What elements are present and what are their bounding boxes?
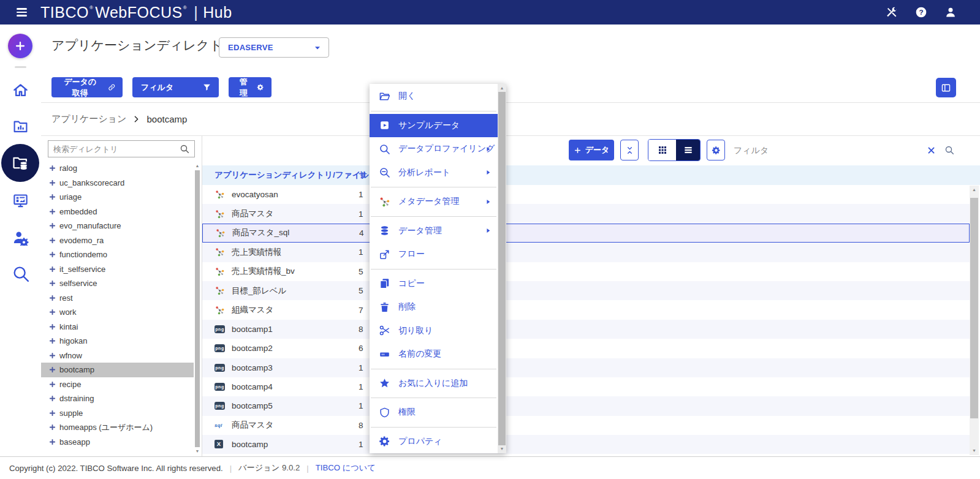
expand-plus-icon[interactable] — [49, 395, 56, 402]
expand-plus-icon[interactable] — [49, 323, 56, 330]
expand-plus-icon[interactable] — [49, 208, 56, 215]
list-settings-button[interactable] — [707, 140, 725, 160]
tree-item-kintai[interactable]: kintai — [41, 320, 194, 334]
expand-plus-icon[interactable] — [49, 352, 56, 359]
context-menu-item-権限[interactable]: 権限 — [370, 401, 498, 424]
tree-item-evo_manufacture[interactable]: evo_manufacture — [41, 219, 194, 233]
table-row-bootcamp4[interactable]: pngbootcamp41 — [202, 377, 970, 396]
context-menu-item-データプロファイリング[interactable]: データプロファイリング — [370, 137, 498, 161]
filter-button[interactable]: フィルタ — [132, 77, 219, 97]
tree-item-work[interactable]: work — [41, 305, 194, 320]
scrollbar-thumb[interactable] — [498, 92, 506, 445]
table-row-商品マスタ[interactable]: 商品マスタ1 — [202, 204, 970, 223]
scroll-up-arrow[interactable]: ▲ — [498, 85, 506, 91]
table-row-bootcamp[interactable]: Xbootcamp1 — [202, 435, 970, 454]
tree-item-uriage[interactable]: uriage — [41, 190, 194, 205]
tree-item-selfservice[interactable]: selfservice — [41, 276, 194, 291]
scrollbar-thumb[interactable] — [970, 198, 978, 418]
grid-view-button[interactable] — [648, 140, 676, 160]
tools-icon[interactable] — [886, 6, 898, 18]
context-menu-item-サンプルデータ[interactable]: サンプルデータ — [370, 114, 498, 138]
tree-item-dstraining[interactable]: dstraining — [41, 391, 194, 406]
table-row-bootcamp1[interactable]: pngbootcamp18 — [202, 320, 970, 339]
manage-button[interactable]: 管理 — [229, 77, 272, 97]
tree-item-it_selfservice[interactable]: it_selfservice — [41, 262, 194, 277]
server-select[interactable]: EDASERVE — [219, 37, 329, 58]
sidebar-workspaces-icon[interactable] — [12, 118, 29, 135]
tree-scrollbar[interactable]: ▲ ▼ — [194, 163, 201, 454]
expand-plus-icon[interactable] — [49, 194, 56, 200]
context-menu-item-分析レポート[interactable]: 分析レポート — [370, 161, 498, 185]
tree-item-homeapps (ユーザホーム)[interactable]: homeapps (ユーザホーム) — [41, 420, 194, 435]
expand-plus-icon[interactable] — [49, 424, 56, 431]
expand-plus-icon[interactable] — [49, 309, 56, 315]
context-menu-scrollbar[interactable]: ▲ ▼ — [498, 84, 506, 453]
context-menu-item-データ管理[interactable]: データ管理 — [370, 219, 498, 243]
add-data-button[interactable]: データ — [569, 140, 614, 160]
context-menu-item-プロパティ[interactable]: プロパティ — [370, 430, 498, 454]
user-icon[interactable] — [944, 6, 957, 18]
column-header-partial[interactable]: サ — [359, 170, 367, 181]
list-filter-input[interactable] — [732, 145, 923, 156]
get-data-button[interactable]: データの取得 — [51, 77, 123, 97]
context-menu-item-切り取り[interactable]: 切り取り — [370, 319, 498, 343]
scrollbar-thumb[interactable] — [195, 170, 200, 447]
expand-plus-icon[interactable] — [49, 179, 56, 186]
expand-plus-icon[interactable] — [49, 165, 56, 172]
clear-filter-icon[interactable] — [927, 146, 936, 155]
expand-plus-icon[interactable] — [49, 222, 56, 229]
tree-item-supple[interactable]: supple — [41, 406, 194, 421]
breadcrumb-parent[interactable]: アプリケーション — [51, 113, 126, 125]
collapse-all-button[interactable] — [620, 140, 639, 160]
tree-item-baseapp[interactable]: baseapp — [41, 435, 194, 450]
sidebar-admin-icon[interactable] — [12, 229, 29, 246]
expand-plus-icon[interactable] — [49, 251, 56, 258]
table-row-売上実績情報[interactable]: 売上実績情報1 — [202, 243, 970, 262]
table-row-bootcamp3[interactable]: pngbootcamp31 — [202, 358, 970, 377]
context-menu-item-名前の変更[interactable]: 名前の変更 — [370, 342, 498, 366]
expand-plus-icon[interactable] — [49, 266, 56, 273]
context-menu-item-フロー[interactable]: フロー — [370, 243, 498, 266]
sidebar-portal-icon[interactable] — [12, 192, 29, 209]
context-menu-item-開く[interactable]: 開く — [370, 85, 498, 108]
scroll-up-arrow[interactable]: ▲ — [970, 187, 979, 193]
about-tibco-link[interactable]: TIBCO について — [316, 462, 376, 473]
scroll-down-arrow[interactable]: ▼ — [194, 448, 201, 454]
expand-plus-icon[interactable] — [49, 237, 56, 244]
context-menu-item-メタデータ管理[interactable]: メタデータ管理 — [370, 190, 498, 214]
expand-plus-icon[interactable] — [49, 410, 56, 417]
sidebar-application-directories-selected[interactable] — [1, 144, 39, 182]
context-menu-item-削除[interactable]: 削除 — [370, 295, 498, 319]
table-row-商品マスタ_sql[interactable]: 商品マスタ_sql4 — [202, 224, 970, 243]
panel-layout-button[interactable] — [936, 78, 956, 97]
scroll-up-arrow[interactable]: ▲ — [194, 163, 201, 169]
search-icon[interactable] — [944, 145, 954, 155]
help-icon[interactable]: ? — [915, 6, 927, 18]
table-row-bootcamp2[interactable]: pngbootcamp26 — [202, 339, 970, 358]
tree-item-evodemo_ra[interactable]: evodemo_ra — [41, 233, 194, 248]
expand-plus-icon[interactable] — [49, 295, 56, 301]
hamburger-menu-icon[interactable] — [17, 6, 27, 18]
table-row-売上実績情報_bv[interactable]: 売上実績情報_bv5 — [202, 262, 970, 281]
main-scrollbar[interactable]: ▲ ▼ — [970, 186, 979, 455]
search-icon[interactable] — [180, 144, 189, 154]
tree-item-embedded[interactable]: embedded — [41, 205, 194, 219]
scroll-down-arrow[interactable]: ▼ — [970, 448, 979, 454]
context-menu-item-お気に入りに追加[interactable]: お気に入りに追加 — [370, 372, 498, 396]
tree-item-recipe[interactable]: recipe — [41, 377, 194, 392]
scroll-down-arrow[interactable]: ▼ — [498, 446, 506, 452]
tree-search-input[interactable] — [48, 145, 180, 154]
sidebar-search-icon[interactable] — [12, 265, 30, 283]
expand-plus-icon[interactable] — [49, 381, 56, 388]
sidebar-home-icon[interactable] — [12, 82, 29, 99]
tree-item-wfnow[interactable]: wfnow — [41, 349, 194, 363]
column-header-files[interactable]: アプリケーションディレクトリ/ファイル — [202, 170, 369, 181]
tree-item-higokan[interactable]: higokan — [41, 334, 194, 349]
context-menu-item-コピー[interactable]: コピー — [370, 272, 498, 296]
table-row-bootcamp5[interactable]: pngbootcamp51 — [202, 396, 970, 415]
add-new-button[interactable] — [8, 34, 32, 58]
tree-item-rest[interactable]: rest — [41, 291, 194, 306]
table-row-evocatyosan[interactable]: evocatyosan1 — [202, 185, 970, 204]
list-view-button-selected[interactable] — [676, 140, 700, 160]
tree-item-ralog[interactable]: ralog — [41, 161, 194, 176]
